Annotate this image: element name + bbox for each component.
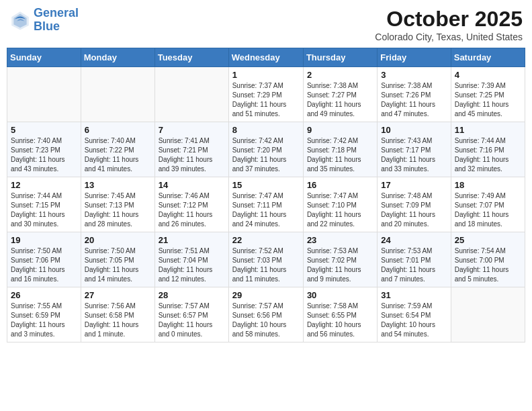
day-info: Sunrise: 7:37 AMSunset: 7:29 PMDaylight:…	[232, 81, 300, 119]
day-number: 21	[159, 235, 225, 245]
day-number: 16	[307, 180, 373, 190]
day-number: 8	[232, 125, 300, 135]
day-info: Sunrise: 7:58 AMSunset: 6:55 PMDaylight:…	[307, 302, 373, 339]
day-number: 5	[11, 125, 77, 135]
day-info: Sunrise: 7:50 AMSunset: 7:06 PMDaylight:…	[11, 246, 77, 284]
logo-icon	[9, 9, 31, 31]
calendar-week-row: 1Sunrise: 7:37 AMSunset: 7:29 PMDaylight…	[7, 67, 525, 122]
day-info: Sunrise: 7:46 AMSunset: 7:12 PMDaylight:…	[159, 191, 225, 229]
day-number: 17	[381, 180, 447, 190]
logo-line1: General	[34, 6, 79, 19]
day-number: 3	[381, 70, 447, 80]
day-info: Sunrise: 7:57 AMSunset: 6:56 PMDaylight:…	[232, 302, 300, 339]
calendar-cell: 20Sunrise: 7:50 AMSunset: 7:05 PMDayligh…	[81, 232, 154, 287]
calendar-cell: 12Sunrise: 7:44 AMSunset: 7:15 PMDayligh…	[7, 177, 81, 232]
calendar-week-row: 12Sunrise: 7:44 AMSunset: 7:15 PMDayligh…	[7, 177, 525, 232]
title-area: October 2025 Colorado City, Texas, Unite…	[375, 7, 523, 42]
calendar-cell: 7Sunrise: 7:41 AMSunset: 7:21 PMDaylight…	[154, 122, 228, 177]
day-number: 22	[232, 235, 300, 245]
day-info: Sunrise: 7:53 AMSunset: 7:02 PMDaylight:…	[307, 246, 373, 284]
day-number: 4	[455, 70, 521, 80]
logo: General Blue	[9, 7, 79, 34]
day-info: Sunrise: 7:44 AMSunset: 7:16 PMDaylight:…	[455, 136, 521, 174]
day-info: Sunrise: 7:55 AMSunset: 6:59 PMDaylight:…	[11, 302, 77, 339]
day-number: 7	[159, 125, 225, 135]
day-number: 20	[85, 235, 151, 245]
calendar-cell: 28Sunrise: 7:57 AMSunset: 6:57 PMDayligh…	[154, 287, 228, 342]
calendar-cell: 27Sunrise: 7:56 AMSunset: 6:58 PMDayligh…	[81, 287, 154, 342]
calendar-cell: 3Sunrise: 7:38 AMSunset: 7:26 PMDaylight…	[378, 67, 451, 122]
calendar-cell	[81, 67, 154, 122]
day-number: 1	[232, 70, 300, 80]
calendar-cell: 19Sunrise: 7:50 AMSunset: 7:06 PMDayligh…	[7, 232, 81, 287]
calendar-week-row: 26Sunrise: 7:55 AMSunset: 6:59 PMDayligh…	[7, 287, 525, 342]
day-header-wednesday: Wednesday	[228, 48, 303, 67]
calendar-cell: 23Sunrise: 7:53 AMSunset: 7:02 PMDayligh…	[303, 232, 377, 287]
calendar-cell: 15Sunrise: 7:47 AMSunset: 7:11 PMDayligh…	[228, 177, 303, 232]
calendar-cell: 8Sunrise: 7:42 AMSunset: 7:20 PMDaylight…	[228, 122, 303, 177]
day-info: Sunrise: 7:54 AMSunset: 7:00 PMDaylight:…	[455, 246, 521, 284]
calendar-cell: 9Sunrise: 7:42 AMSunset: 7:18 PMDaylight…	[303, 122, 377, 177]
day-info: Sunrise: 7:42 AMSunset: 7:18 PMDaylight:…	[307, 136, 373, 174]
location-title: Colorado City, Texas, United States	[375, 32, 523, 42]
calendar-week-row: 19Sunrise: 7:50 AMSunset: 7:06 PMDayligh…	[7, 232, 525, 287]
calendar-cell: 30Sunrise: 7:58 AMSunset: 6:55 PMDayligh…	[303, 287, 377, 342]
day-info: Sunrise: 7:42 AMSunset: 7:20 PMDaylight:…	[232, 136, 300, 174]
calendar-cell: 17Sunrise: 7:48 AMSunset: 7:09 PMDayligh…	[378, 177, 451, 232]
calendar-header-row: SundayMondayTuesdayWednesdayThursdayFrid…	[7, 48, 525, 67]
day-number: 29	[232, 290, 300, 300]
day-number: 26	[11, 290, 77, 300]
page-header: General Blue October 2025 Colorado City,…	[7, 7, 525, 42]
day-info: Sunrise: 7:51 AMSunset: 7:04 PMDaylight:…	[159, 246, 225, 284]
day-number: 9	[307, 125, 373, 135]
logo-line2: Blue	[34, 19, 60, 33]
day-number: 19	[11, 235, 77, 245]
day-header-monday: Monday	[81, 48, 154, 67]
day-info: Sunrise: 7:52 AMSunset: 7:03 PMDaylight:…	[232, 246, 300, 284]
day-info: Sunrise: 7:57 AMSunset: 6:57 PMDaylight:…	[159, 302, 225, 339]
day-info: Sunrise: 7:40 AMSunset: 7:23 PMDaylight:…	[11, 136, 77, 174]
day-info: Sunrise: 7:47 AMSunset: 7:10 PMDaylight:…	[307, 191, 373, 229]
day-info: Sunrise: 7:48 AMSunset: 7:09 PMDaylight:…	[381, 191, 447, 229]
day-info: Sunrise: 7:49 AMSunset: 7:07 PMDaylight:…	[455, 191, 521, 229]
calendar-cell: 6Sunrise: 7:40 AMSunset: 7:22 PMDaylight…	[81, 122, 154, 177]
day-info: Sunrise: 7:44 AMSunset: 7:15 PMDaylight:…	[11, 191, 77, 229]
day-info: Sunrise: 7:40 AMSunset: 7:22 PMDaylight:…	[85, 136, 151, 174]
day-number: 30	[307, 290, 373, 300]
calendar-cell: 29Sunrise: 7:57 AMSunset: 6:56 PMDayligh…	[228, 287, 303, 342]
day-header-saturday: Saturday	[451, 48, 525, 67]
calendar-cell: 25Sunrise: 7:54 AMSunset: 7:00 PMDayligh…	[451, 232, 525, 287]
day-number: 28	[159, 290, 225, 300]
calendar-cell: 18Sunrise: 7:49 AMSunset: 7:07 PMDayligh…	[451, 177, 525, 232]
day-header-tuesday: Tuesday	[154, 48, 228, 67]
day-number: 14	[159, 180, 225, 190]
calendar-cell: 16Sunrise: 7:47 AMSunset: 7:10 PMDayligh…	[303, 177, 377, 232]
day-info: Sunrise: 7:41 AMSunset: 7:21 PMDaylight:…	[159, 136, 225, 174]
logo-text: General Blue	[34, 7, 79, 34]
day-info: Sunrise: 7:38 AMSunset: 7:27 PMDaylight:…	[307, 81, 373, 119]
day-info: Sunrise: 7:39 AMSunset: 7:25 PMDaylight:…	[455, 81, 521, 119]
day-number: 6	[85, 125, 151, 135]
calendar-cell	[154, 67, 228, 122]
calendar-week-row: 5Sunrise: 7:40 AMSunset: 7:23 PMDaylight…	[7, 122, 525, 177]
day-number: 15	[232, 180, 300, 190]
day-number: 18	[455, 180, 521, 190]
day-number: 31	[381, 290, 447, 300]
day-info: Sunrise: 7:38 AMSunset: 7:26 PMDaylight:…	[381, 81, 447, 119]
day-header-friday: Friday	[378, 48, 451, 67]
day-info: Sunrise: 7:56 AMSunset: 6:58 PMDaylight:…	[85, 302, 151, 339]
day-number: 11	[455, 125, 521, 135]
day-number: 24	[381, 235, 447, 245]
calendar-cell: 1Sunrise: 7:37 AMSunset: 7:29 PMDaylight…	[228, 67, 303, 122]
day-number: 25	[455, 235, 521, 245]
day-header-thursday: Thursday	[303, 48, 377, 67]
day-number: 2	[307, 70, 373, 80]
day-number: 10	[381, 125, 447, 135]
day-info: Sunrise: 7:43 AMSunset: 7:17 PMDaylight:…	[381, 136, 447, 174]
day-number: 12	[11, 180, 77, 190]
day-info: Sunrise: 7:53 AMSunset: 7:01 PMDaylight:…	[381, 246, 447, 284]
day-number: 13	[85, 180, 151, 190]
calendar-cell: 31Sunrise: 7:59 AMSunset: 6:54 PMDayligh…	[378, 287, 451, 342]
calendar-cell	[7, 67, 81, 122]
calendar-cell: 13Sunrise: 7:45 AMSunset: 7:13 PMDayligh…	[81, 177, 154, 232]
